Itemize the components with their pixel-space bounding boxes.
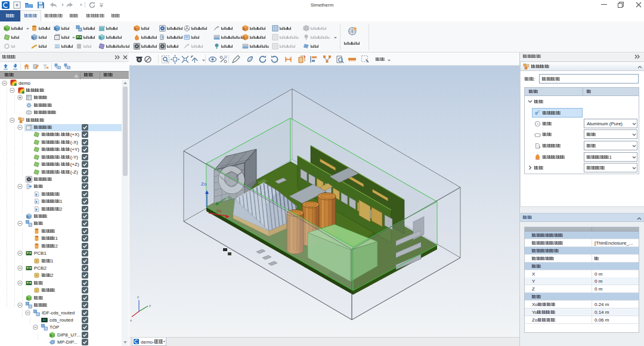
svg-text:Xo: Xo	[216, 209, 222, 213]
svg-text:y: y	[149, 304, 151, 307]
svg-text:z: z	[137, 295, 139, 299]
svg-text:x: x	[130, 319, 132, 322]
svg-text:Yo: Yo	[227, 196, 232, 200]
svg-text:Zo: Zo	[201, 181, 207, 187]
